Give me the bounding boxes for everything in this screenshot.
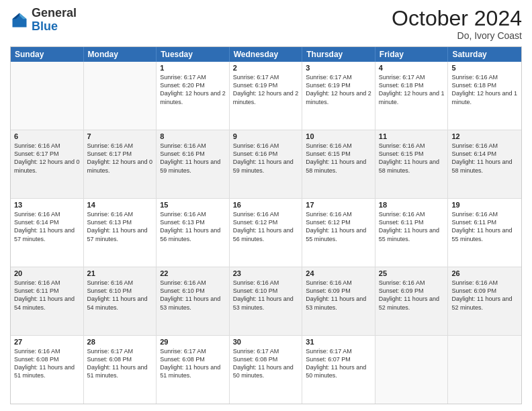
calendar-cell: 31Sunrise: 6:17 AM Sunset: 6:07 PM Dayli… [302,336,375,404]
day-info: Sunrise: 6:16 AM Sunset: 6:17 PM Dayligh… [87,142,153,175]
calendar-cell [11,62,84,130]
calendar-cell: 22Sunrise: 6:16 AM Sunset: 6:10 PM Dayli… [157,267,230,335]
day-number: 28 [87,338,153,346]
calendar-cell: 4Sunrise: 6:17 AM Sunset: 6:18 PM Daylig… [375,62,449,130]
calendar-cell: 25Sunrise: 6:16 AM Sunset: 6:09 PM Dayli… [375,267,449,335]
calendar-cell: 2Sunrise: 6:17 AM Sunset: 6:19 PM Daylig… [230,62,303,130]
logo: General Blue [10,7,77,34]
calendar-cell: 23Sunrise: 6:16 AM Sunset: 6:10 PM Dayli… [230,267,303,335]
calendar-cell: 16Sunrise: 6:16 AM Sunset: 6:12 PM Dayli… [230,199,303,267]
day-number: 20 [14,269,80,277]
cal-header-cell: Saturday [448,47,521,62]
calendar-cell: 10Sunrise: 6:16 AM Sunset: 6:15 PM Dayli… [302,130,375,198]
calendar-cell: 14Sunrise: 6:16 AM Sunset: 6:13 PM Dayli… [84,199,157,267]
day-info: Sunrise: 6:16 AM Sunset: 6:10 PM Dayligh… [233,279,299,312]
day-info: Sunrise: 6:16 AM Sunset: 6:14 PM Dayligh… [14,210,80,243]
day-number: 18 [379,201,445,209]
day-number: 24 [306,269,371,277]
day-number: 6 [14,132,80,140]
day-number: 26 [451,269,518,277]
day-info: Sunrise: 6:16 AM Sunset: 6:17 PM Dayligh… [14,142,80,175]
logo-icon [10,11,29,30]
day-info: Sunrise: 6:16 AM Sunset: 6:10 PM Dayligh… [87,279,153,312]
day-info: Sunrise: 6:17 AM Sunset: 6:08 PM Dayligh… [160,347,226,380]
calendar-cell: 20Sunrise: 6:16 AM Sunset: 6:11 PM Dayli… [11,267,84,335]
calendar-cell: 7Sunrise: 6:16 AM Sunset: 6:17 PM Daylig… [84,130,157,198]
day-info: Sunrise: 6:17 AM Sunset: 6:19 PM Dayligh… [233,73,299,106]
cal-header-cell: Wednesday [230,47,303,62]
calendar-cell: 30Sunrise: 6:17 AM Sunset: 6:08 PM Dayli… [230,336,303,404]
location: Do, Ivory Coast [392,30,522,41]
day-info: Sunrise: 6:16 AM Sunset: 6:14 PM Dayligh… [451,142,518,175]
day-number: 29 [160,338,226,346]
day-number: 3 [306,64,371,72]
day-info: Sunrise: 6:17 AM Sunset: 6:18 PM Dayligh… [379,73,445,106]
day-info: Sunrise: 6:17 AM Sunset: 6:08 PM Dayligh… [233,347,299,380]
day-number: 9 [233,132,299,140]
day-number: 4 [379,64,445,72]
logo-general: General [32,6,77,19]
calendar-cell [84,62,157,130]
header: General Blue October 2024 Do, Ivory Coas… [10,7,522,41]
calendar-cell: 1Sunrise: 6:17 AM Sunset: 6:20 PM Daylig… [157,62,230,130]
day-number: 16 [233,201,299,209]
day-info: Sunrise: 6:16 AM Sunset: 6:08 PM Dayligh… [14,347,80,380]
title-block: October 2024 Do, Ivory Coast [392,7,522,41]
day-number: 31 [306,338,371,346]
calendar-cell: 8Sunrise: 6:16 AM Sunset: 6:16 PM Daylig… [157,130,230,198]
day-info: Sunrise: 6:17 AM Sunset: 6:07 PM Dayligh… [306,347,371,380]
calendar-cell: 12Sunrise: 6:16 AM Sunset: 6:14 PM Dayli… [448,130,521,198]
day-number: 22 [160,269,226,277]
day-info: Sunrise: 6:17 AM Sunset: 6:19 PM Dayligh… [306,73,371,106]
day-info: Sunrise: 6:16 AM Sunset: 6:11 PM Dayligh… [379,210,445,243]
day-info: Sunrise: 6:16 AM Sunset: 6:15 PM Dayligh… [379,142,445,175]
cal-header-cell: Thursday [302,47,375,62]
day-number: 1 [160,64,226,72]
calendar: SundayMondayTuesdayWednesdayThursdayFrid… [10,46,522,404]
calendar-cell [375,336,449,404]
calendar-cell: 21Sunrise: 6:16 AM Sunset: 6:10 PM Dayli… [84,267,157,335]
day-info: Sunrise: 6:17 AM Sunset: 6:20 PM Dayligh… [160,73,226,106]
page: General Blue October 2024 Do, Ivory Coas… [0,0,532,411]
day-number: 19 [451,201,518,209]
day-info: Sunrise: 6:16 AM Sunset: 6:11 PM Dayligh… [14,279,80,312]
day-number: 5 [451,64,518,72]
day-info: Sunrise: 6:17 AM Sunset: 6:08 PM Dayligh… [87,347,153,380]
calendar-cell: 9Sunrise: 6:16 AM Sunset: 6:16 PM Daylig… [230,130,303,198]
calendar-row: 13Sunrise: 6:16 AM Sunset: 6:14 PM Dayli… [11,198,521,267]
cal-header-cell: Friday [375,47,449,62]
calendar-cell: 26Sunrise: 6:16 AM Sunset: 6:09 PM Dayli… [448,267,521,335]
day-info: Sunrise: 6:16 AM Sunset: 6:15 PM Dayligh… [306,142,371,175]
calendar-cell: 28Sunrise: 6:17 AM Sunset: 6:08 PM Dayli… [84,336,157,404]
calendar-cell: 17Sunrise: 6:16 AM Sunset: 6:12 PM Dayli… [302,199,375,267]
day-info: Sunrise: 6:16 AM Sunset: 6:16 PM Dayligh… [160,142,226,175]
day-number: 17 [306,201,371,209]
calendar-cell: 13Sunrise: 6:16 AM Sunset: 6:14 PM Dayli… [11,199,84,267]
day-number: 21 [87,269,153,277]
day-number: 30 [233,338,299,346]
month-title: October 2024 [392,7,522,30]
calendar-cell: 11Sunrise: 6:16 AM Sunset: 6:15 PM Dayli… [375,130,449,198]
day-info: Sunrise: 6:16 AM Sunset: 6:13 PM Dayligh… [87,210,153,243]
day-number: 14 [87,201,153,209]
calendar-cell: 27Sunrise: 6:16 AM Sunset: 6:08 PM Dayli… [11,336,84,404]
day-info: Sunrise: 6:16 AM Sunset: 6:12 PM Dayligh… [306,210,371,243]
calendar-body: 1Sunrise: 6:17 AM Sunset: 6:20 PM Daylig… [11,62,521,404]
calendar-cell: 18Sunrise: 6:16 AM Sunset: 6:11 PM Dayli… [375,199,449,267]
calendar-row: 27Sunrise: 6:16 AM Sunset: 6:08 PM Dayli… [11,335,521,404]
day-number: 12 [451,132,518,140]
calendar-cell: 19Sunrise: 6:16 AM Sunset: 6:11 PM Dayli… [448,199,521,267]
calendar-cell: 24Sunrise: 6:16 AM Sunset: 6:09 PM Dayli… [302,267,375,335]
day-number: 15 [160,201,226,209]
cal-header-cell: Monday [84,47,157,62]
day-number: 27 [14,338,80,346]
day-info: Sunrise: 6:16 AM Sunset: 6:09 PM Dayligh… [379,279,445,312]
logo-blue: Blue [32,19,58,33]
calendar-cell: 6Sunrise: 6:16 AM Sunset: 6:17 PM Daylig… [11,130,84,198]
day-info: Sunrise: 6:16 AM Sunset: 6:09 PM Dayligh… [451,279,518,312]
cal-header-cell: Tuesday [157,47,230,62]
calendar-cell [448,336,521,404]
day-number: 2 [233,64,299,72]
day-number: 8 [160,132,226,140]
day-info: Sunrise: 6:16 AM Sunset: 6:09 PM Dayligh… [306,279,371,312]
